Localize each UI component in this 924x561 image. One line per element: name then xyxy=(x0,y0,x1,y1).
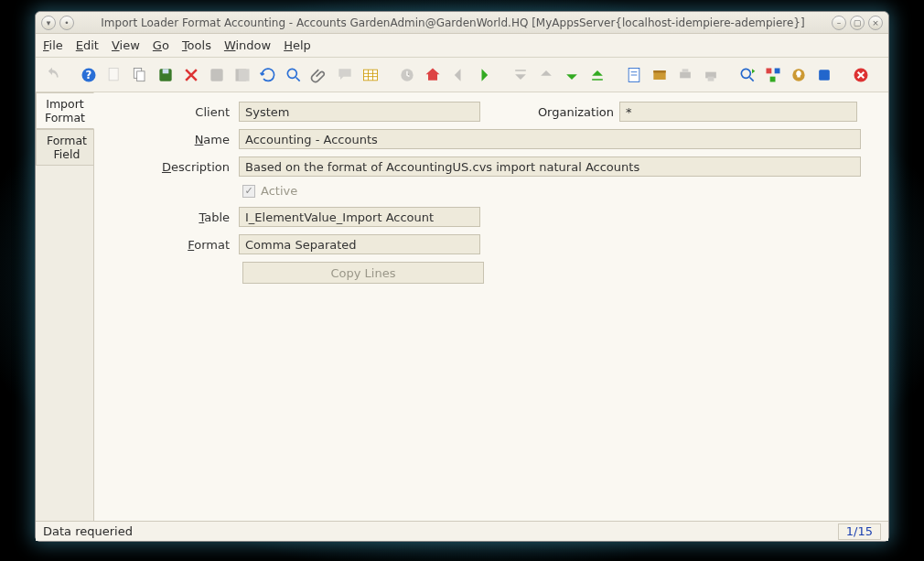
tab-import-format[interactable]: Import Format xyxy=(36,92,94,129)
delete-selection-icon[interactable] xyxy=(206,64,228,86)
chat-icon[interactable] xyxy=(334,64,356,86)
svg-rect-22 xyxy=(653,70,665,73)
window-menu-button[interactable]: ▾ xyxy=(41,16,56,30)
table-field[interactable]: I_ElementValue_Import Account xyxy=(239,207,480,227)
svg-point-10 xyxy=(287,69,296,78)
requests-icon[interactable] xyxy=(788,64,810,86)
copy-lines-button[interactable]: Copy Lines xyxy=(242,262,484,284)
svg-text:?: ? xyxy=(86,69,92,81)
svg-line-11 xyxy=(296,77,300,81)
active-checkbox[interactable]: ✓ xyxy=(242,185,255,198)
svg-rect-24 xyxy=(682,69,689,71)
window-pin-button[interactable]: • xyxy=(59,16,74,30)
help-icon[interactable]: ? xyxy=(78,64,100,86)
format-field[interactable]: Comma Separated xyxy=(239,234,480,254)
grid-icon[interactable] xyxy=(360,64,381,86)
tab-format-field-label: Format Field xyxy=(47,134,87,161)
content-area: Import Format Format Field Client System… xyxy=(36,92,888,521)
home-icon[interactable] xyxy=(422,64,444,86)
new-icon[interactable] xyxy=(103,64,125,86)
tab-import-format-label: Import Format xyxy=(45,97,85,124)
close-window-button[interactable]: × xyxy=(868,16,883,30)
svg-rect-31 xyxy=(770,76,776,81)
description-field[interactable]: Based on the format of AccountingUS.cvs … xyxy=(239,156,861,177)
menu-tools[interactable]: Tools xyxy=(182,38,211,52)
menu-help[interactable]: Help xyxy=(284,38,311,52)
zoom-across-icon[interactable] xyxy=(736,64,758,86)
svg-rect-7 xyxy=(210,69,222,81)
menubar: File Edit View Go Tools Window Help xyxy=(36,34,888,58)
archive-icon[interactable] xyxy=(649,64,671,86)
svg-line-28 xyxy=(750,77,754,81)
workflow-icon[interactable] xyxy=(762,64,784,86)
print-preview-icon[interactable] xyxy=(674,64,696,86)
statusbar: Data requeried 1/15 xyxy=(36,521,888,541)
svg-rect-2 xyxy=(109,68,118,80)
status-message: Data requeried xyxy=(43,524,838,538)
back-icon[interactable] xyxy=(447,64,469,86)
name-field[interactable]: Accounting - Accounts xyxy=(239,129,861,149)
detail-down-icon[interactable] xyxy=(561,64,583,86)
history-icon[interactable] xyxy=(396,64,418,86)
app-window: ▾ • Import Loader Format Accounting - Ac… xyxy=(35,11,889,542)
active-label: Active xyxy=(261,184,297,198)
save-changes-icon[interactable] xyxy=(231,64,253,86)
undo-icon[interactable] xyxy=(41,64,63,86)
active-row: ✓ Active xyxy=(242,184,877,198)
svg-rect-4 xyxy=(137,70,145,81)
titlebar: ▾ • Import Loader Format Accounting - Ac… xyxy=(36,12,888,34)
parent-up-icon[interactable] xyxy=(535,64,557,86)
detail-last-icon[interactable] xyxy=(586,64,608,86)
close-icon[interactable] xyxy=(850,64,872,86)
menu-view[interactable]: View xyxy=(112,38,140,52)
svg-rect-33 xyxy=(819,70,830,81)
organization-label: Organization xyxy=(522,105,614,119)
form-panel: Client System Organization * Name Accoun… xyxy=(94,92,888,521)
side-tabs: Import Format Format Field xyxy=(36,92,94,521)
name-label: Name xyxy=(105,133,233,146)
minimize-button[interactable]: – xyxy=(832,16,846,30)
svg-rect-12 xyxy=(364,70,378,81)
menu-go[interactable]: Go xyxy=(153,38,169,52)
attachment-icon[interactable] xyxy=(308,64,330,86)
forward-icon[interactable] xyxy=(473,64,495,86)
format-label: Format xyxy=(105,238,233,252)
report-icon[interactable] xyxy=(623,64,645,86)
tab-format-field[interactable]: Format Field xyxy=(36,129,93,166)
record-position[interactable]: 1/15 xyxy=(838,523,881,540)
maximize-button[interactable]: ▢ xyxy=(850,16,865,30)
client-field[interactable]: System xyxy=(239,102,480,122)
find-icon[interactable] xyxy=(283,64,305,86)
toolbar: ? xyxy=(36,58,888,92)
print-icon[interactable] xyxy=(700,64,722,86)
menu-edit[interactable]: Edit xyxy=(76,38,99,52)
svg-rect-26 xyxy=(708,76,714,81)
product-info-icon[interactable] xyxy=(813,64,835,86)
menu-window[interactable]: Window xyxy=(224,38,271,52)
svg-rect-9 xyxy=(239,69,250,81)
svg-rect-30 xyxy=(775,68,780,73)
parent-first-icon[interactable] xyxy=(510,64,532,86)
table-label: Table xyxy=(105,210,233,224)
copy-icon[interactable] xyxy=(129,64,151,86)
svg-rect-23 xyxy=(680,71,691,78)
menu-file[interactable]: File xyxy=(43,38,63,52)
delete-icon[interactable] xyxy=(180,64,202,86)
svg-rect-29 xyxy=(767,68,772,73)
svg-rect-6 xyxy=(163,69,169,73)
window-title: Import Loader Format Accounting - Accoun… xyxy=(74,16,832,29)
organization-field[interactable]: * xyxy=(619,102,857,122)
save-icon[interactable] xyxy=(155,64,177,86)
description-label: Description xyxy=(105,160,233,174)
refresh-all-icon[interactable] xyxy=(257,64,279,86)
svg-point-27 xyxy=(741,69,750,78)
client-label: Client xyxy=(105,105,233,119)
